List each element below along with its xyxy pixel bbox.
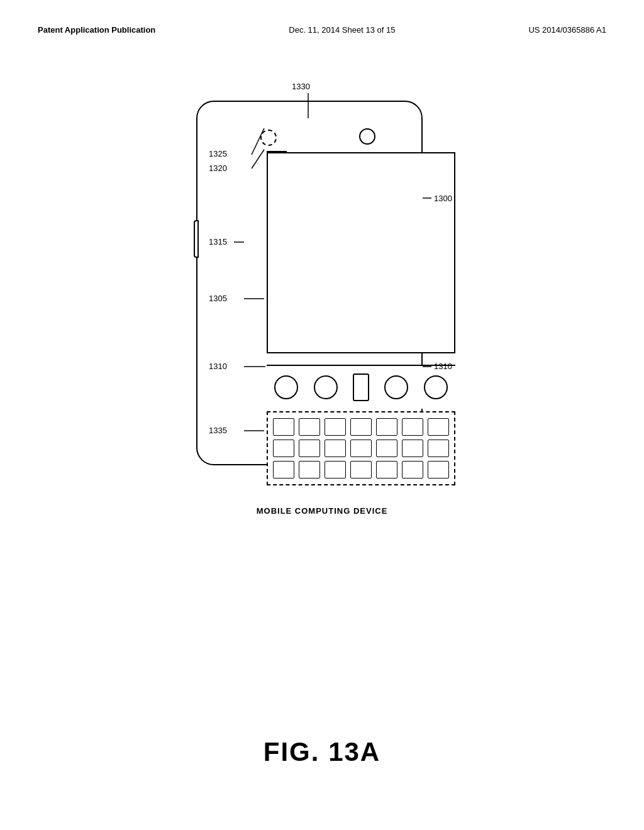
key-cell (350, 440, 372, 457)
ref-label-1335: 1335 (209, 426, 227, 435)
keyboard-row-2 (273, 440, 449, 457)
nav-button-2 (314, 375, 338, 399)
key-cell (428, 461, 449, 479)
nav-button-4 (424, 375, 448, 399)
ref-label-1310-right: 1310 (434, 362, 452, 371)
header-date-sheet: Dec. 11, 2014 Sheet 13 of 15 (289, 25, 395, 35)
figure-label: FIG. 13A (0, 737, 644, 767)
key-cell (350, 461, 372, 479)
ref-label-1300: 1300 (434, 194, 452, 203)
ref-label-1330: 1330 (292, 82, 310, 91)
nav-home-button (353, 374, 369, 401)
key-cell (402, 440, 423, 457)
ref-label-1325: 1325 (209, 149, 227, 158)
navigation-bar (267, 365, 455, 409)
key-cell (376, 461, 397, 479)
key-cell (325, 461, 346, 479)
page-header: Patent Application Publication Dec. 11, … (38, 25, 606, 35)
diagram-area: 1330 1325 1320 1315 13 (0, 82, 644, 522)
key-cell (273, 418, 294, 436)
key-cell (273, 440, 294, 457)
key-cell (428, 418, 449, 436)
keyboard-row-3 (273, 461, 449, 479)
key-cell (350, 418, 372, 436)
key-cell (376, 440, 397, 457)
side-volume-button (194, 220, 199, 258)
ref-label-1310-left: 1310 (209, 362, 227, 371)
key-cell (402, 418, 423, 436)
key-cell (402, 461, 423, 479)
camera-lens (359, 128, 375, 145)
camera-flash-indicator (260, 130, 277, 146)
nav-button-1 (274, 375, 298, 399)
ref-label-1305: 1305 (209, 294, 227, 303)
key-cell (325, 418, 346, 436)
key-cell (299, 418, 320, 436)
key-cell (299, 461, 320, 479)
diagram-container: 1330 1325 1320 1315 13 (146, 82, 498, 522)
ref-label-1320: 1320 (209, 163, 227, 173)
nav-button-3 (384, 375, 408, 399)
key-cell (376, 418, 397, 436)
keyboard-row-1 (273, 418, 449, 436)
keyboard-area (267, 411, 455, 485)
header-patent-number: US 2014/0365886 A1 (528, 25, 606, 35)
key-cell (428, 440, 449, 457)
device-screen (267, 152, 455, 353)
key-cell (325, 440, 346, 457)
key-cell (299, 440, 320, 457)
header-publication-type: Patent Application Publication (38, 25, 155, 35)
device-body (196, 101, 423, 465)
key-cell (273, 461, 294, 479)
ref-label-1315: 1315 (209, 237, 227, 246)
device-caption: MOBILE COMPUTING DEVICE (146, 506, 498, 516)
